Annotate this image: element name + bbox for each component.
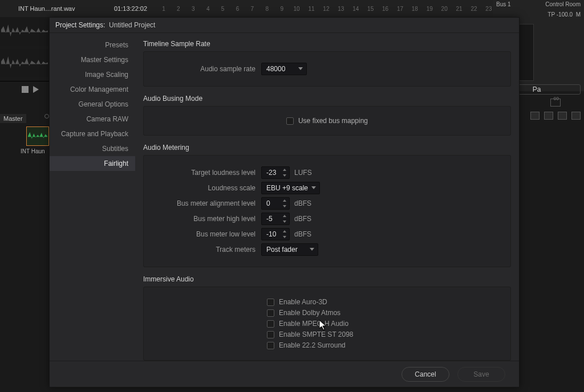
bus-label: Bus 1 — [496, 1, 511, 9]
section-heading-busing: Audio Busing Mode — [143, 95, 511, 103]
track-label: INT Haun — [21, 148, 45, 154]
immersive-option-label: Enable MPEG-H Audio — [279, 320, 348, 328]
dialog-title: Project Settings: Untitled Project — [50, 18, 519, 33]
chevron-down-icon — [311, 186, 316, 189]
immersive-checkbox[interactable] — [267, 320, 274, 328]
track-meters-select[interactable]: Post fader — [261, 243, 318, 256]
level-meter-2 — [518, 24, 534, 81]
track-thumbnail[interactable] — [26, 126, 49, 146]
immersive-option-label: Enable SMPTE ST 2098 — [279, 330, 354, 338]
dialog-footer: Cancel Save — [50, 361, 519, 387]
play-icon[interactable] — [33, 86, 39, 93]
toolbar-icon-1[interactable] — [530, 112, 540, 120]
loudness-scale-select[interactable]: EBU +9 scale — [261, 182, 320, 194]
stop-icon[interactable] — [22, 86, 29, 93]
record-arm-icon[interactable] — [44, 114, 49, 119]
timeline-ruler[interactable]: 1234567891011121314151617181920212223 — [156, 0, 493, 17]
toolbar-icon-4[interactable] — [571, 112, 581, 120]
chevron-down-icon — [298, 67, 303, 70]
toolbar-icon-3[interactable] — [558, 112, 567, 120]
immersive-checkbox[interactable] — [267, 342, 274, 349]
toolbar-icon-2[interactable] — [544, 112, 553, 120]
sidebar-item-fairlight[interactable]: Fairlight — [50, 156, 135, 171]
immersive-option-label: Enable Dolby Atmos — [279, 309, 340, 317]
control-room-label: Control Room — [545, 1, 581, 9]
immersive-option-label: Enable Auro-3D — [279, 298, 327, 306]
bus-low-input[interactable]: -10 — [261, 228, 290, 240]
project-settings-dialog: Project Settings: Untitled Project Prese… — [49, 17, 520, 387]
save-button[interactable]: Save — [457, 367, 505, 382]
timecode: 01:13:22:02 — [114, 5, 147, 12]
target-loudness-input[interactable]: -23 — [261, 166, 290, 179]
sample-rate-select[interactable]: 48000 — [261, 63, 307, 75]
section-heading-sample-rate: Timeline Sample Rate — [143, 40, 511, 48]
sidebar-item-general-options[interactable]: General Options — [50, 97, 135, 112]
sidebar-item-presets[interactable]: Presets — [50, 38, 135, 52]
view-icons — [527, 91, 584, 114]
fixed-bus-label: Use fixed bus mapping — [298, 117, 368, 125]
sidebar-item-camera-raw[interactable]: Camera RAW — [50, 112, 135, 126]
settings-content: Timeline Sample Rate Audio sample rate 4… — [135, 33, 519, 361]
sample-rate-label: Audio sample rate — [153, 65, 261, 73]
immersive-option-label: Enable 22.2 Surround — [279, 341, 346, 349]
settings-sidebar: PresetsMaster SettingsImage ScalingColor… — [50, 33, 135, 361]
sidebar-item-image-scaling[interactable]: Image Scaling — [50, 67, 135, 82]
immersive-checkbox[interactable] — [267, 299, 274, 306]
bus-align-input[interactable]: 0 — [261, 197, 290, 210]
section-heading-metering: Audio Metering — [143, 144, 511, 152]
sidebar-item-capture-and-playback[interactable]: Capture and Playback — [50, 126, 135, 141]
waveform-preview — [0, 17, 49, 95]
immersive-checkbox[interactable] — [267, 309, 274, 317]
section-heading-immersive: Immersive Audio — [143, 275, 511, 283]
sidebar-item-subtitles[interactable]: Subtitles — [50, 141, 135, 156]
fixed-bus-checkbox[interactable] — [286, 117, 294, 125]
clip-name: INT Haun…rant.wav — [18, 5, 75, 12]
sidebar-item-master-settings[interactable]: Master Settings — [50, 52, 135, 67]
cancel-button[interactable]: Cancel — [402, 367, 449, 382]
immersive-checkbox[interactable] — [267, 331, 274, 338]
bus-high-input[interactable]: -5 — [261, 213, 290, 225]
chevron-down-icon — [310, 248, 314, 251]
sidebar-item-color-management[interactable]: Color Management — [50, 82, 135, 97]
tool-icon[interactable] — [550, 99, 561, 107]
master-label: Master — [0, 114, 26, 123]
